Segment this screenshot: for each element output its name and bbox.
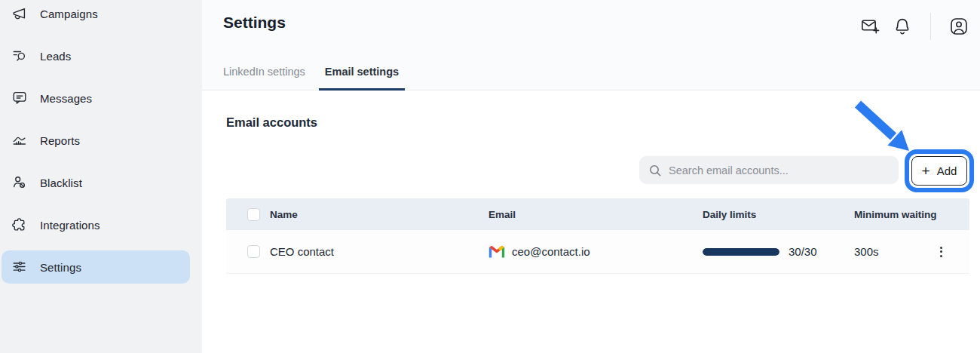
- tab-email-settings[interactable]: Email settings: [319, 56, 405, 91]
- page-header: Settings LinkedIn settings Email setting…: [202, 0, 980, 91]
- blocked-user-icon: [11, 173, 29, 192]
- compose-email-icon[interactable]: [859, 16, 880, 37]
- daily-limit-value: 30/30: [789, 245, 817, 258]
- annotation-highlight-box: + Add: [905, 149, 974, 192]
- plus-icon: +: [922, 164, 930, 178]
- header-actions: [859, 13, 969, 40]
- sidebar-item-settings[interactable]: Settings: [0, 246, 202, 288]
- chart-icon: [11, 131, 29, 149]
- sliders-icon: [11, 258, 29, 276]
- sidebar-item-label: Settings: [40, 261, 81, 274]
- email-accounts-table: Name Email Daily limits Minimum waiting …: [226, 198, 969, 274]
- column-header-email: Email: [488, 209, 703, 220]
- add-button-label: Add: [937, 164, 957, 177]
- gmail-icon: [488, 245, 505, 258]
- account-email: ceo@contact.io: [512, 245, 590, 258]
- sidebar-item-leads[interactable]: Leads: [0, 35, 202, 77]
- search-box: [639, 156, 899, 184]
- profile-icon[interactable]: [948, 16, 969, 37]
- settings-tabs: LinkedIn settings Email settings: [223, 56, 405, 91]
- table-header-row: Name Email Daily limits Minimum waiting: [226, 198, 969, 230]
- account-name: CEO contact: [270, 245, 488, 258]
- sidebar-item-label: Integrations: [40, 219, 100, 232]
- sidebar-item-label: Reports: [40, 134, 80, 147]
- page-title: Settings: [223, 14, 286, 32]
- table-row: CEO contact ceo@contact.io 30/30 300s: [226, 230, 969, 274]
- message-icon: [11, 89, 29, 107]
- app-window: Campaigns Leads Messages: [0, 0, 980, 353]
- sidebar-item-blacklist[interactable]: Blacklist: [0, 161, 202, 204]
- puzzle-icon: [11, 216, 29, 234]
- daily-limit-progress: [703, 248, 779, 256]
- sidebar-item-reports[interactable]: Reports: [0, 119, 202, 161]
- row-checkbox[interactable]: [247, 245, 260, 258]
- add-button[interactable]: + Add: [911, 156, 967, 186]
- notifications-bell-icon[interactable]: [892, 16, 913, 37]
- search-icon: [648, 164, 662, 177]
- tab-linkedin-settings[interactable]: LinkedIn settings: [223, 56, 305, 91]
- sidebar-nav: Campaigns Leads Messages: [0, 0, 202, 288]
- select-all-checkbox[interactable]: [247, 208, 260, 221]
- minimum-waiting-value: 300s: [854, 245, 969, 258]
- section-title: Email accounts: [226, 115, 317, 130]
- daily-limit-progress-fill: [703, 248, 779, 256]
- sidebar-item-messages[interactable]: Messages: [0, 77, 202, 119]
- header-divider: [930, 13, 931, 40]
- lead-search-icon: [11, 47, 29, 65]
- search-input[interactable]: [669, 164, 890, 176]
- sidebar-item-campaigns[interactable]: Campaigns: [0, 0, 202, 35]
- row-menu-kebab-icon[interactable]: [937, 244, 945, 260]
- column-header-name: Name: [270, 209, 488, 220]
- sidebar-item-label: Messages: [40, 92, 92, 105]
- sidebar-item-label: Leads: [40, 50, 71, 63]
- sidebar: Campaigns Leads Messages: [0, 0, 202, 353]
- megaphone-icon: [11, 5, 29, 23]
- sidebar-item-label: Campaigns: [40, 8, 98, 20]
- sidebar-item-label: Blacklist: [40, 176, 82, 189]
- column-header-daily-limits: Daily limits: [703, 209, 854, 220]
- sidebar-item-integrations[interactable]: Integrations: [0, 204, 202, 246]
- column-header-minimum-waiting: Minimum waiting: [854, 209, 969, 220]
